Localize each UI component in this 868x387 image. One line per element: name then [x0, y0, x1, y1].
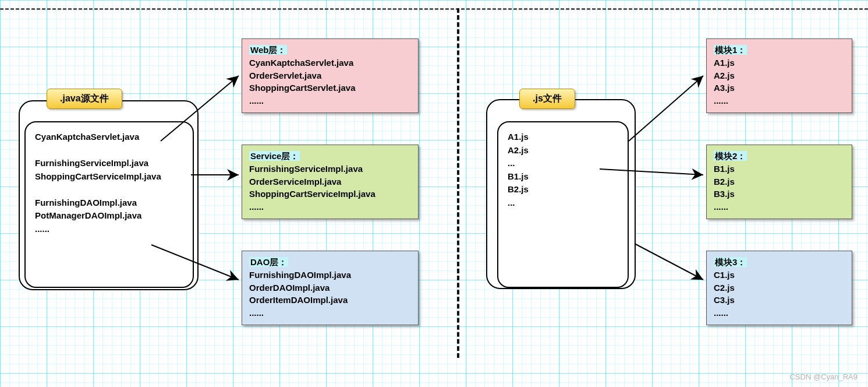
js-title-badge: .js文件	[519, 89, 575, 109]
module2-title: 模块2：	[714, 151, 747, 161]
module3-body: C1.js C2.js C3.js ......	[714, 270, 735, 318]
js-file-list: A1.js A2.js ... B1.js B2.js ...	[497, 121, 629, 288]
java-file-list: CyanKaptchaServlet.java FurnishingServic…	[24, 121, 194, 288]
web-layer-box: Web层： CyanKaptchaServlet.java OrderServl…	[242, 38, 419, 113]
center-dashed-divider	[457, 8, 459, 358]
module3-box: 模块3： C1.js C2.js C3.js ......	[706, 251, 852, 325]
service-layer-title: Service层：	[249, 151, 300, 161]
module3-title: 模块3：	[714, 257, 747, 267]
module1-box: 模块1： A1.js A2.js A3.js ......	[706, 38, 852, 113]
service-layer-box: Service层： FurnishingServiceImpl.java Ord…	[242, 145, 419, 219]
top-dashed-divider	[0, 8, 868, 10]
module1-body: A1.js A2.js A3.js ......	[714, 58, 735, 105]
web-layer-title: Web层：	[249, 45, 287, 55]
java-title-badge: .java源文件	[47, 89, 122, 109]
dao-layer-body: FurnishingDAOImpl.java OrderDAOImpl.java…	[249, 270, 351, 318]
module2-body: B1.js B2.js B3.js ......	[714, 164, 735, 212]
module2-box: 模块2： B1.js B2.js B3.js ......	[706, 145, 852, 219]
dao-layer-box: DAO层： FurnishingDAOImpl.java OrderDAOImp…	[242, 251, 419, 325]
dao-layer-title: DAO层：	[249, 257, 288, 267]
watermark: CSDN @Cyan_RA9	[789, 372, 858, 381]
module1-title: 模块1：	[714, 45, 747, 55]
service-layer-body: FurnishingServiceImpl.java OrderServiceI…	[249, 164, 375, 212]
web-layer-body: CyanKaptchaServlet.java OrderServlet.jav…	[249, 58, 356, 105]
